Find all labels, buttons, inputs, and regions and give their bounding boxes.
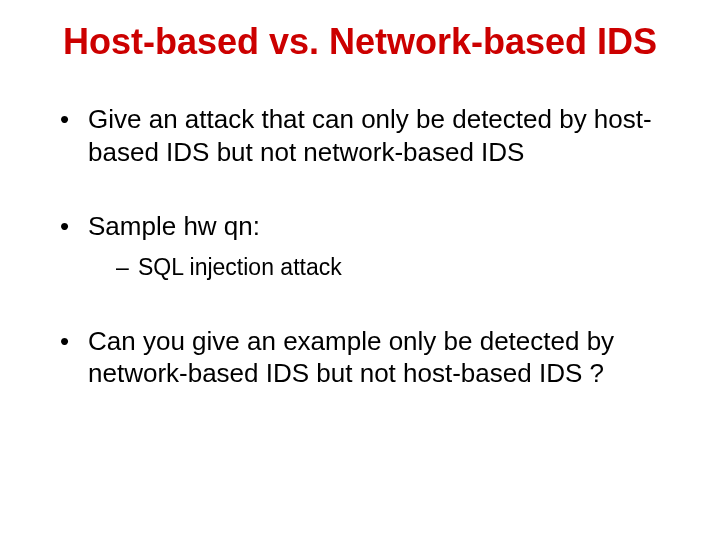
slide: Host-based vs. Network-based IDS Give an… — [0, 0, 720, 540]
slide-title: Host-based vs. Network-based IDS — [30, 20, 690, 63]
bullet-item: Give an attack that can only be detected… — [60, 103, 680, 168]
bullet-text: Give an attack that can only be detected… — [88, 104, 652, 167]
bullet-text: Can you give an example only be detected… — [88, 326, 614, 389]
bullet-item: Can you give an example only be detected… — [60, 325, 680, 390]
sub-bullet-item: SQL injection attack — [116, 253, 680, 283]
bullet-list: Give an attack that can only be detected… — [60, 103, 680, 389]
sub-bullet-list: SQL injection attack — [116, 253, 680, 283]
bullet-text: Sample hw qn: — [88, 211, 260, 241]
bullet-item: Sample hw qn: SQL injection attack — [60, 210, 680, 282]
sub-bullet-text: SQL injection attack — [138, 254, 342, 280]
